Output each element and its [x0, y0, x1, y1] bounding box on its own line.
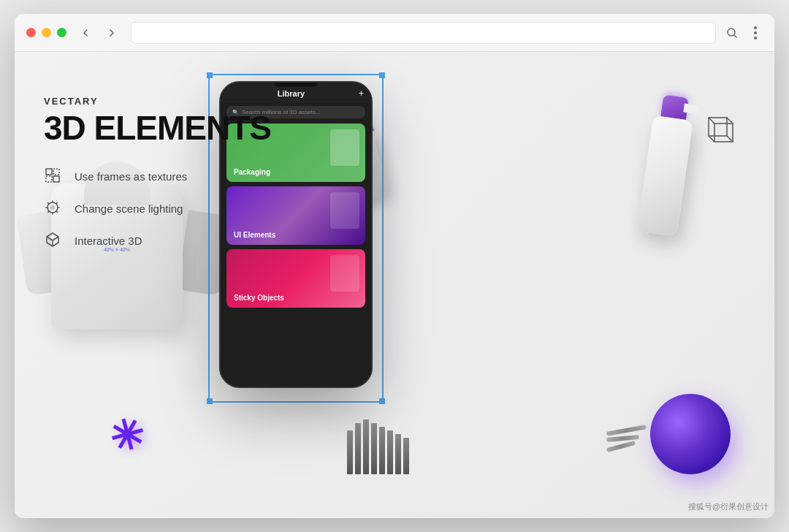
address-bar[interactable] [131, 22, 716, 44]
heatsink-fin [355, 423, 361, 474]
selection-corner-tl [207, 72, 213, 78]
text-section: VECTARY 3D ELEMENTS Use frames as textur… [44, 96, 271, 250]
close-button[interactable] [26, 28, 36, 37]
svg-line-10 [727, 118, 733, 123]
page-content: VECTARY 3D ELEMENTS Use frames as textur… [15, 52, 774, 518]
feature-text-lighting: Change scene lighting [75, 202, 183, 215]
phone-notch [274, 83, 318, 87]
feature-text-interactive: Interactive 3D [75, 235, 142, 247]
browser-search-icon[interactable] [725, 26, 739, 40]
sphere-object [650, 394, 731, 474]
feature-list: Use frames as textures Change scene ligh… [44, 167, 271, 250]
svg-rect-1 [46, 169, 52, 175]
ribbon-object [606, 428, 647, 452]
feature-item-frames: Use frames as textures [44, 167, 271, 186]
feature-text-frames: Use frames as textures [75, 170, 187, 183]
browser-chrome [15, 14, 774, 52]
card-sticky-image [330, 255, 359, 292]
spray-nozzle [683, 104, 698, 115]
spray-body [637, 115, 693, 237]
feature-item-interactive: Interactive 3D [44, 231, 271, 250]
svg-rect-2 [46, 176, 52, 182]
traffic-lights [26, 28, 66, 37]
heatsink-fin [395, 434, 401, 474]
feature-item-lighting: Change scene lighting [44, 199, 271, 218]
heatsink-object [347, 419, 409, 474]
frames-icon [44, 167, 63, 186]
selection-corner-tr [379, 72, 385, 78]
forward-button[interactable] [102, 23, 122, 43]
heatsink-fin [387, 430, 393, 474]
heatsink-fin [347, 430, 353, 474]
brand-label: VECTARY [44, 96, 271, 107]
nav-buttons [75, 23, 122, 43]
lighting-icon [44, 199, 63, 218]
star-object: ✳ [104, 408, 149, 463]
watermark: 搜狐号@衍果创意设计 [688, 501, 769, 512]
svg-line-12 [727, 136, 733, 142]
heatsink-fin [403, 438, 409, 474]
svg-rect-3 [53, 169, 59, 175]
minimize-button[interactable] [42, 28, 51, 37]
heatsink-fin [379, 427, 385, 474]
card-sticky-label: Sticky Objects [234, 294, 284, 302]
phone-add-button[interactable]: + [359, 88, 364, 99]
card-sticky-bg: Sticky Objects [226, 249, 365, 308]
cube-wireframe-object [701, 110, 738, 147]
selection-corner-bl [207, 398, 213, 404]
interactive-icon [44, 231, 63, 250]
ribbon-shape-1 [606, 425, 647, 436]
more-options-button[interactable] [748, 26, 763, 39]
heatsink-body [347, 419, 409, 474]
ribbon-shape-3 [606, 441, 636, 452]
svg-point-6 [50, 205, 55, 210]
back-button[interactable] [75, 23, 96, 43]
spray-bottle-object [637, 94, 696, 237]
heatsink-fin [363, 419, 369, 474]
svg-line-11 [709, 136, 714, 142]
main-title: 3D ELEMENTS [44, 111, 271, 145]
phone-card-sticky: Sticky Objects [226, 249, 365, 308]
selection-corner-br [379, 398, 385, 404]
card-ui-image [330, 192, 359, 229]
heatsink-fin [371, 423, 377, 474]
svg-rect-4 [53, 176, 59, 182]
browser-window: VECTARY 3D ELEMENTS Use frames as textur… [15, 14, 774, 518]
card-packaging-image [330, 129, 359, 166]
svg-line-9 [709, 118, 714, 123]
spray-top [660, 94, 689, 120]
maximize-button[interactable] [57, 28, 66, 37]
